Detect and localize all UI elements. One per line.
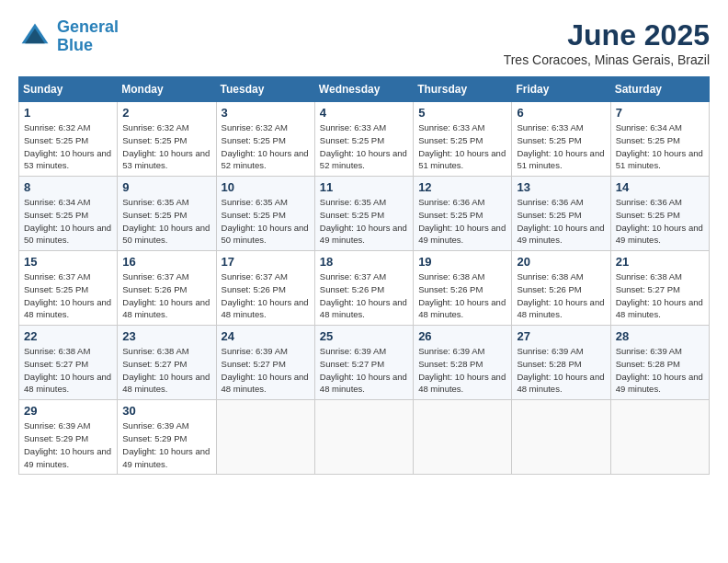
day-info: Sunrise: 6:37 AMSunset: 5:26 PMDaylight:… [122,270,210,321]
day-info: Sunrise: 6:38 AMSunset: 5:26 PMDaylight:… [418,270,506,321]
day-number: 19 [418,255,506,269]
day-number: 23 [122,329,210,343]
day-info: Sunrise: 6:39 AMSunset: 5:29 PMDaylight:… [24,419,112,470]
calendar-cell: 14Sunrise: 6:36 AMSunset: 5:25 PMDayligh… [610,177,709,251]
weekday-header-tuesday: Tuesday [216,77,314,102]
day-info: Sunrise: 6:36 AMSunset: 5:25 PMDaylight:… [616,196,704,247]
calendar-cell: 17Sunrise: 6:37 AMSunset: 5:26 PMDayligh… [216,251,314,326]
weekday-header-saturday: Saturday [610,77,709,102]
day-info: Sunrise: 6:32 AMSunset: 5:25 PMDaylight:… [122,121,210,172]
calendar-cell [414,400,512,475]
day-info: Sunrise: 6:35 AMSunset: 5:25 PMDaylight:… [320,196,408,247]
weekday-header-monday: Monday [118,77,216,102]
logo-text: General Blue [57,18,119,55]
day-info: Sunrise: 6:34 AMSunset: 5:25 PMDaylight:… [24,196,112,247]
day-number: 30 [122,404,210,418]
day-info: Sunrise: 6:38 AMSunset: 5:27 PMDaylight:… [122,345,210,396]
calendar-cell: 22Sunrise: 6:38 AMSunset: 5:27 PMDayligh… [19,326,118,400]
day-number: 10 [222,180,310,194]
day-number: 22 [24,329,112,343]
day-number: 17 [222,255,310,269]
day-number: 18 [320,255,408,269]
day-number: 4 [320,106,408,120]
day-info: Sunrise: 6:34 AMSunset: 5:25 PMDaylight:… [616,121,704,172]
day-number: 2 [122,106,210,120]
calendar-cell: 20Sunrise: 6:38 AMSunset: 5:26 PMDayligh… [512,251,610,326]
day-info: Sunrise: 6:37 AMSunset: 5:26 PMDaylight:… [320,270,408,321]
day-number: 5 [418,106,506,120]
calendar-cell: 7Sunrise: 6:34 AMSunset: 5:25 PMDaylight… [610,102,709,177]
day-info: Sunrise: 6:32 AMSunset: 5:25 PMDaylight:… [222,121,310,172]
day-number: 26 [418,329,506,343]
day-info: Sunrise: 6:39 AMSunset: 5:28 PMDaylight:… [517,345,605,396]
calendar-cell: 27Sunrise: 6:39 AMSunset: 5:28 PMDayligh… [512,326,610,400]
day-info: Sunrise: 6:39 AMSunset: 5:28 PMDaylight:… [616,345,704,396]
calendar-cell: 5Sunrise: 6:33 AMSunset: 5:25 PMDaylight… [414,102,512,177]
calendar-cell: 23Sunrise: 6:38 AMSunset: 5:27 PMDayligh… [118,326,216,400]
calendar-week-1: 1Sunrise: 6:32 AMSunset: 5:25 PMDaylight… [19,102,710,177]
calendar-cell: 24Sunrise: 6:39 AMSunset: 5:27 PMDayligh… [216,326,314,400]
calendar-cell: 3Sunrise: 6:32 AMSunset: 5:25 PMDaylight… [216,102,314,177]
calendar-cell: 18Sunrise: 6:37 AMSunset: 5:26 PMDayligh… [314,251,413,326]
day-number: 6 [517,106,605,120]
weekday-header-row: SundayMondayTuesdayWednesdayThursdayFrid… [19,77,710,102]
calendar-cell: 25Sunrise: 6:39 AMSunset: 5:27 PMDayligh… [314,326,413,400]
logo-icon [18,20,51,53]
calendar-cell: 6Sunrise: 6:33 AMSunset: 5:25 PMDaylight… [512,102,610,177]
day-info: Sunrise: 6:37 AMSunset: 5:26 PMDaylight:… [222,270,310,321]
calendar-cell: 29Sunrise: 6:39 AMSunset: 5:29 PMDayligh… [19,400,118,475]
day-number: 25 [320,329,408,343]
month-title: June 2025 [504,18,710,52]
day-info: Sunrise: 6:39 AMSunset: 5:27 PMDaylight:… [222,345,310,396]
weekday-header-thursday: Thursday [414,77,512,102]
calendar-week-2: 8Sunrise: 6:34 AMSunset: 5:25 PMDaylight… [19,177,710,251]
day-info: Sunrise: 6:35 AMSunset: 5:25 PMDaylight:… [122,196,210,247]
calendar-cell: 12Sunrise: 6:36 AMSunset: 5:25 PMDayligh… [414,177,512,251]
calendar-cell: 1Sunrise: 6:32 AMSunset: 5:25 PMDaylight… [19,102,118,177]
calendar-cell: 26Sunrise: 6:39 AMSunset: 5:28 PMDayligh… [414,326,512,400]
logo: General Blue [18,18,119,55]
day-number: 11 [320,180,408,194]
weekday-header-sunday: Sunday [19,77,118,102]
day-info: Sunrise: 6:39 AMSunset: 5:28 PMDaylight:… [418,345,506,396]
day-info: Sunrise: 6:36 AMSunset: 5:25 PMDaylight:… [517,196,605,247]
calendar-cell: 4Sunrise: 6:33 AMSunset: 5:25 PMDaylight… [314,102,413,177]
day-info: Sunrise: 6:38 AMSunset: 5:27 PMDaylight:… [24,345,112,396]
calendar-cell: 8Sunrise: 6:34 AMSunset: 5:25 PMDaylight… [19,177,118,251]
calendar-cell [512,400,610,475]
day-info: Sunrise: 6:32 AMSunset: 5:25 PMDaylight:… [24,121,112,172]
logo-blue: Blue [57,36,93,54]
calendar-cell: 10Sunrise: 6:35 AMSunset: 5:25 PMDayligh… [216,177,314,251]
day-number: 24 [222,329,310,343]
weekday-header-friday: Friday [512,77,610,102]
weekday-header-wednesday: Wednesday [314,77,413,102]
day-number: 20 [517,255,605,269]
day-number: 14 [616,180,704,194]
day-number: 27 [517,329,605,343]
calendar-cell: 30Sunrise: 6:39 AMSunset: 5:29 PMDayligh… [118,400,216,475]
calendar-cell: 19Sunrise: 6:38 AMSunset: 5:26 PMDayligh… [414,251,512,326]
calendar-table: SundayMondayTuesdayWednesdayThursdayFrid… [18,76,710,475]
page-header: General Blue June 2025 Tres Coracoes, Mi… [18,18,710,67]
day-info: Sunrise: 6:33 AMSunset: 5:25 PMDaylight:… [418,121,506,172]
day-number: 15 [24,255,112,269]
day-info: Sunrise: 6:37 AMSunset: 5:25 PMDaylight:… [24,270,112,321]
calendar-cell: 13Sunrise: 6:36 AMSunset: 5:25 PMDayligh… [512,177,610,251]
logo-general: General [57,17,119,36]
calendar-cell: 21Sunrise: 6:38 AMSunset: 5:27 PMDayligh… [610,251,709,326]
day-info: Sunrise: 6:39 AMSunset: 5:29 PMDaylight:… [122,419,210,470]
calendar-cell: 2Sunrise: 6:32 AMSunset: 5:25 PMDaylight… [118,102,216,177]
calendar-cell: 9Sunrise: 6:35 AMSunset: 5:25 PMDaylight… [118,177,216,251]
day-info: Sunrise: 6:38 AMSunset: 5:26 PMDaylight:… [517,270,605,321]
day-number: 21 [616,255,704,269]
day-info: Sunrise: 6:33 AMSunset: 5:25 PMDaylight:… [320,121,408,172]
day-number: 12 [418,180,506,194]
calendar-week-5: 29Sunrise: 6:39 AMSunset: 5:29 PMDayligh… [19,400,710,475]
calendar-cell: 15Sunrise: 6:37 AMSunset: 5:25 PMDayligh… [19,251,118,326]
day-number: 3 [222,106,310,120]
day-info: Sunrise: 6:33 AMSunset: 5:25 PMDaylight:… [517,121,605,172]
title-area: June 2025 Tres Coracoes, Minas Gerais, B… [504,18,710,67]
day-number: 16 [122,255,210,269]
day-info: Sunrise: 6:38 AMSunset: 5:27 PMDaylight:… [616,270,704,321]
calendar-week-3: 15Sunrise: 6:37 AMSunset: 5:25 PMDayligh… [19,251,710,326]
